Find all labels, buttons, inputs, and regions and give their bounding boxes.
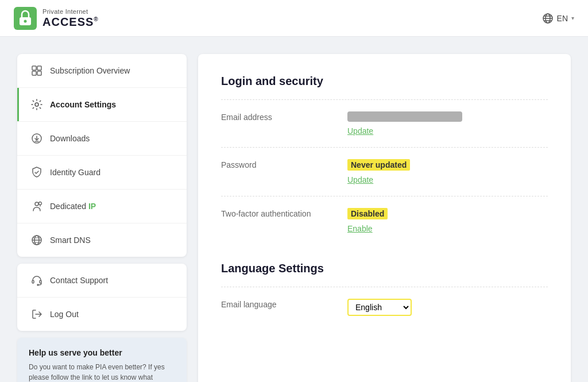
logout-icon (30, 308, 43, 321)
email-value-area: Update (347, 111, 462, 136)
svg-rect-10 (32, 71, 36, 75)
gear-icon (30, 98, 43, 111)
grid-icon (30, 64, 43, 77)
password-field-row: Password Never updated Update (221, 147, 548, 196)
svg-rect-23 (32, 280, 34, 283)
sidebar-utility-card: Contact Support Log Out (17, 264, 187, 331)
help-card-text: Do you want to make PIA even better? If … (29, 362, 175, 382)
app-header: Private Internet ACCESS® EN ▾ (0, 0, 588, 37)
login-security-title: Login and security (221, 75, 548, 88)
chevron-down-icon: ▾ (571, 15, 574, 21)
lang-code-text: EN (557, 14, 568, 23)
sidebar-item-identity-guard[interactable]: Identity Guard (17, 156, 187, 189)
svg-rect-8 (32, 66, 36, 70)
sidebar-item-dedicated-ip[interactable]: Dedicated IP (17, 190, 187, 223)
email-language-field-row: Email language English Spanish French Ge… (221, 287, 548, 327)
sidebar-item-smart-dns[interactable]: Smart DNS (17, 223, 187, 257)
pia-logo-icon (14, 7, 37, 30)
sidebar-item-contact-support-label: Contact Support (50, 276, 108, 285)
password-update-link[interactable]: Update (347, 175, 410, 184)
password-status-badge: Never updated (347, 159, 410, 171)
password-value-area: Never updated Update (347, 159, 410, 184)
email-label: Email address (221, 111, 347, 122)
sidebar-nav-card: Subscription Overview Account Settings (17, 54, 187, 257)
email-language-value-area: English Spanish French German Italian Po… (347, 299, 412, 316)
globe-icon (542, 13, 554, 24)
shield-check-icon (30, 166, 43, 179)
main-layout: Subscription Overview Account Settings (0, 37, 588, 382)
sidebar-item-account-settings-label: Account Settings (50, 100, 116, 109)
sidebar-item-contact-support[interactable]: Contact Support (17, 264, 187, 297)
svg-point-2 (24, 20, 27, 22)
sidebar-item-log-out-label: Log Out (50, 310, 79, 319)
language-settings-title: Language Settings (221, 262, 548, 275)
smart-dns-icon (30, 234, 43, 246)
svg-rect-9 (37, 66, 41, 70)
two-factor-status-badge: Disabled (347, 208, 388, 219)
download-icon (30, 132, 43, 145)
language-selector[interactable]: EN ▾ (542, 13, 574, 24)
logo-text: Private Internet ACCESS® (42, 8, 99, 28)
svg-point-16 (39, 202, 42, 205)
sidebar-item-downloads[interactable]: Downloads (17, 122, 187, 155)
password-label: Password (221, 159, 347, 169)
help-card: Help us serve you better Do you want to … (17, 338, 187, 382)
sidebar-item-account-settings[interactable]: Account Settings (17, 88, 187, 121)
email-update-link[interactable]: Update (347, 126, 462, 136)
sidebar-item-smart-dns-label: Smart DNS (50, 236, 91, 245)
two-factor-value-area: Disabled Enable (347, 208, 388, 233)
sidebar: Subscription Overview Account Settings (17, 54, 187, 382)
two-factor-label: Two-factor authentication (221, 208, 347, 218)
logo-bottom-text: ACCESS® (42, 16, 99, 28)
person-location-icon (30, 200, 43, 213)
email-language-select[interactable]: English Spanish French German Italian Po… (347, 299, 412, 316)
headset-icon (30, 274, 43, 287)
sidebar-item-subscription-overview-label: Subscription Overview (50, 66, 130, 75)
logo: Private Internet ACCESS® (14, 7, 99, 30)
svg-rect-24 (40, 280, 41, 283)
logo-top-text: Private Internet (42, 8, 99, 15)
svg-point-15 (35, 202, 38, 206)
sidebar-item-dedicated-ip-label: Dedicated IP (50, 202, 96, 211)
email-language-label: Email language (221, 299, 347, 309)
email-masked-value (347, 111, 462, 122)
svg-rect-11 (37, 71, 41, 75)
two-factor-field-row: Two-factor authentication Disabled Enabl… (221, 196, 548, 245)
email-field-row: Email address Update (221, 99, 548, 147)
sidebar-item-log-out[interactable]: Log Out (17, 298, 187, 331)
svg-point-12 (35, 103, 38, 106)
help-card-title: Help us serve you better (29, 348, 175, 357)
two-factor-enable-link[interactable]: Enable (347, 224, 388, 233)
svg-point-25 (37, 284, 38, 285)
sidebar-item-subscription-overview[interactable]: Subscription Overview (17, 54, 187, 87)
sidebar-item-downloads-label: Downloads (50, 134, 90, 143)
main-panel: Login and security Email address Update … (198, 54, 571, 382)
sidebar-item-identity-guard-label: Identity Guard (50, 168, 100, 177)
